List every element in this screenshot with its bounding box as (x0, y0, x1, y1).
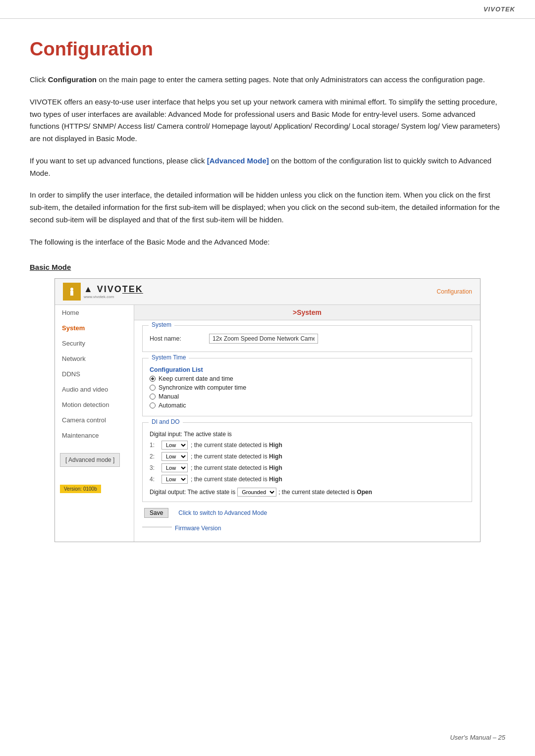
di-bold-4: High (269, 476, 282, 483)
digital-output-bold: Open (357, 489, 372, 496)
firmware-label: Firmware Version (175, 525, 221, 532)
di-bold-2: High (269, 453, 282, 460)
camera-sidebar: Home System Security Network DDNS Audio … (55, 305, 134, 542)
system-section: System Host name: (142, 325, 472, 352)
di-do-section: DI and DO Digital input: The active stat… (142, 422, 472, 502)
radio-manual[interactable]: Manual (150, 393, 465, 400)
di-text-1: ; the current state detected is High (191, 442, 282, 449)
logo-sub: www.vivotek.com (84, 295, 143, 299)
di-text-2: ; the current state detected is High (191, 453, 282, 460)
radio-keep-current-circle (150, 376, 156, 382)
sidebar-item-security[interactable]: Security (55, 336, 134, 351)
advanced-mode-link-text[interactable]: [Advanced Mode] (207, 156, 269, 165)
di-num-3: 3: (150, 464, 159, 471)
sidebar-item-motion[interactable]: Motion detection (55, 397, 134, 412)
system-section-title: System (149, 321, 174, 328)
sidebar-item-home[interactable]: Home (55, 305, 134, 320)
config-list-label: Configuration List (150, 366, 465, 373)
logo-text-area: ▲ VIVOTEK www.vivotek.com (84, 284, 143, 299)
paragraph-5: The following is the interface of the Ba… (30, 236, 505, 249)
di-text-3: ; the current state detected is High (191, 464, 282, 471)
firmware-row: Firmware Version (142, 522, 472, 532)
sidebar-advanced-mode[interactable]: [ Advanced mode ] (60, 453, 120, 467)
di-do-content: Digital input: The active state is 1: Lo… (143, 423, 472, 502)
di-bold-1: High (269, 442, 282, 449)
basic-mode-label: Basic Mode (30, 263, 505, 271)
di-select-3[interactable]: LowHigh (161, 463, 188, 472)
di-row-1: 1: LowHigh ; the current state detected … (150, 441, 465, 450)
host-name-label: Host name: (150, 335, 209, 342)
sidebar-version: Version: 0100b (60, 485, 101, 493)
svg-rect-1 (70, 291, 73, 296)
di-row-4: 4: LowHigh ; the current state detected … (150, 475, 465, 484)
camera-ui-header: ▲ VIVOTEK www.vivotek.com Configuration (55, 279, 480, 305)
di-text-4: ; the current state detected is High (191, 476, 282, 483)
vivotek-logo: ▲ VIVOTEK www.vivotek.com (63, 283, 143, 301)
radio-sync-computer-circle (150, 385, 156, 391)
radio-sync-computer[interactable]: Synchronize with computer time (150, 384, 465, 391)
system-section-content: Host name: (143, 326, 472, 352)
system-time-title: System Time (149, 354, 189, 361)
camera-main: >System System Host name: (134, 305, 480, 542)
brand-label: VIVOTEK (483, 5, 515, 13)
main-section: System Host name: System Time Configur (134, 320, 480, 537)
paragraph-3: If you want to set up advanced functions… (30, 155, 505, 180)
di-select-1[interactable]: LowHigh (161, 441, 188, 450)
sidebar-item-camera-control[interactable]: Camera control (55, 412, 134, 428)
digital-output-row: Digital output: The active state is Grou… (150, 488, 465, 497)
digital-output-post: ; the current state detected is Open (278, 489, 372, 496)
paragraph-2: VIVOTEK offers an easy-to-use user inter… (30, 96, 505, 145)
system-time-content: Configuration List Keep current date and… (143, 358, 472, 416)
radio-manual-label: Manual (159, 393, 179, 400)
di-num-4: 4: (150, 476, 159, 483)
radio-manual-circle (150, 394, 156, 400)
radio-keep-current[interactable]: Keep current date and time (150, 375, 465, 382)
sidebar-item-system[interactable]: System (55, 320, 134, 336)
camera-ui: ▲ VIVOTEK www.vivotek.com Configuration … (54, 278, 481, 542)
radio-sync-computer-label: Synchronize with computer time (159, 384, 246, 391)
config-bold: Configuration (48, 75, 97, 84)
page-title: Configuration (30, 39, 505, 60)
top-bar: VIVOTEK (0, 0, 535, 19)
di-do-title: DI and DO (149, 418, 183, 425)
save-row: Save Click to switch to Advanced Mode (142, 508, 472, 518)
page-footer: User's Manual – 25 (450, 734, 505, 741)
digital-input-label: Digital input: The active state is (150, 431, 465, 438)
para3-pre: If you want to set up advanced functions… (30, 156, 207, 165)
di-bold-3: High (269, 464, 282, 471)
paragraph-1: Click Configuration on the main page to … (30, 74, 505, 86)
sidebar-item-maintenance[interactable]: Maintenance (55, 428, 134, 443)
di-num-2: 2: (150, 453, 159, 460)
camera-main-title: >System (134, 305, 480, 320)
system-time-section: System Time Configuration List Keep curr… (142, 358, 472, 416)
logo-brand: ▲ VIVOTEK (84, 284, 143, 295)
radio-automatic-label: Automatic (159, 402, 186, 409)
host-name-row: Host name: (150, 334, 465, 344)
sidebar-item-audio-video[interactable]: Audio and video (55, 382, 134, 397)
di-num-1: 1: (150, 442, 159, 449)
logo-icon (63, 283, 81, 301)
paragraph-4: In order to simplify the user interface,… (30, 189, 505, 226)
main-title-text: >System (293, 308, 321, 316)
radio-keep-current-label: Keep current date and time (159, 375, 233, 382)
radio-automatic-circle (150, 403, 156, 408)
firmware-line-left (142, 527, 172, 527)
di-row-3: 3: LowHigh ; the current state detected … (150, 463, 465, 472)
di-select-4[interactable]: LowHigh (161, 475, 188, 484)
adv-mode-link[interactable]: Click to switch to Advanced Mode (178, 509, 267, 516)
di-select-2[interactable]: LowHigh (161, 452, 188, 461)
digital-output-pre: Digital output: The active state is (150, 489, 235, 496)
sidebar-item-ddns[interactable]: DDNS (55, 366, 134, 382)
host-name-input[interactable] (209, 334, 318, 344)
digital-output-select[interactable]: GroundedOpen (237, 488, 276, 497)
radio-automatic[interactable]: Automatic (150, 402, 465, 409)
header-config-label: Configuration (437, 288, 472, 295)
sidebar-item-network[interactable]: Network (55, 351, 134, 366)
svg-point-2 (70, 288, 73, 291)
save-button[interactable]: Save (144, 508, 168, 518)
camera-ui-body: Home System Security Network DDNS Audio … (55, 305, 480, 542)
di-row-2: 2: LowHigh ; the current state detected … (150, 452, 465, 461)
